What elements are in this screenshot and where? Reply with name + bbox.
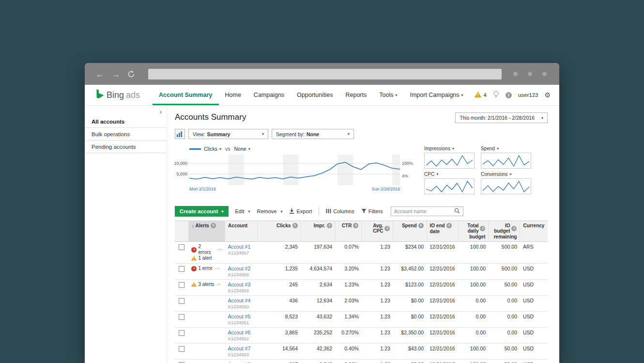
- window-dot-icon: [513, 72, 518, 76]
- help-icon[interactable]: ?: [327, 223, 332, 228]
- help-icon[interactable]: ?: [446, 223, 452, 228]
- refresh-icon[interactable]: [127, 70, 135, 78]
- window-dot-icon: [542, 72, 547, 76]
- more-menu-icon[interactable]: ⋯: [216, 282, 221, 287]
- row-checkbox[interactable]: [179, 346, 184, 352]
- help-icon[interactable]: ?: [418, 223, 424, 228]
- cell-currency: USD: [520, 264, 548, 280]
- bing-ads-logo[interactable]: Bing ads: [95, 85, 140, 105]
- gear-icon[interactable]: ⚙: [544, 91, 551, 99]
- sidebar-item-bulk-operations[interactable]: Bulk operations: [85, 128, 167, 141]
- cell-alerts: [188, 312, 225, 328]
- col-header-impr[interactable]: Impr.?: [301, 221, 335, 242]
- account-row: 3 alerts⋯Accout #3X12345692452,6341.23%1…: [175, 280, 548, 296]
- help-icon[interactable]: ?: [211, 223, 216, 228]
- account-link[interactable]: Accout #4: [228, 298, 251, 303]
- info-icon[interactable]: i: [506, 92, 512, 98]
- nav-item-reports[interactable]: Reports: [339, 85, 373, 105]
- account-link[interactable]: Accout #7: [228, 346, 251, 351]
- row-checkbox[interactable]: [179, 266, 184, 272]
- account-number: X1234569: [228, 288, 255, 293]
- cell-cpc: 1.23: [362, 264, 393, 280]
- lightbulb-icon[interactable]: [493, 91, 499, 100]
- nav-item-home[interactable]: Home: [219, 85, 247, 105]
- nav-item-tools[interactable]: Tools▾: [373, 85, 403, 105]
- account-search-input[interactable]: [394, 208, 454, 214]
- nav-item-campaigns[interactable]: Campaigns: [247, 85, 291, 105]
- col-header-spend[interactable]: Spend?: [393, 221, 427, 242]
- help-icon[interactable]: ?: [292, 223, 298, 228]
- sidebar-item-pending-accounts[interactable]: Pending accounts: [85, 141, 167, 153]
- cell-impr: 3,242: [301, 360, 335, 363]
- x-end-label[interactable]: Sun 2/28/2016: [371, 187, 400, 191]
- cell-spend: $3,452.00: [393, 264, 427, 280]
- app-header: Bing ads Account SummaryHomeCampaignsOpp…: [85, 85, 559, 106]
- account-link[interactable]: Accout #3: [228, 282, 251, 287]
- username[interactable]: user123: [518, 92, 538, 98]
- row-checkbox[interactable]: [179, 244, 184, 250]
- chevron-down-icon: ▾: [348, 132, 350, 136]
- cell-alerts: [188, 328, 225, 344]
- col-header-daily_budget[interactable]: Total daily?budget: [458, 221, 489, 242]
- alert-warning-icon: [191, 282, 197, 287]
- more-menu-icon[interactable]: ⋯: [217, 247, 222, 253]
- account-link[interactable]: Accout #6: [228, 330, 251, 335]
- row-checkbox[interactable]: [179, 330, 184, 336]
- forward-icon[interactable]: →: [111, 70, 120, 79]
- series2-select[interactable]: None▾: [234, 146, 250, 152]
- cell-daily_budget: 100.00: [458, 360, 489, 363]
- cell-io_remaining: 0.00: [489, 312, 520, 328]
- nav-item-account-summary[interactable]: Account Summary: [153, 85, 218, 105]
- col-header-cpc[interactable]: Avg. CPC?: [362, 221, 393, 242]
- mini-chart-metric-select[interactable]: Conversions▾: [481, 172, 531, 177]
- filters-button[interactable]: Filters: [361, 208, 383, 215]
- account-link[interactable]: Accout #1: [228, 244, 251, 250]
- segment-by-select[interactable]: Segment by:None ▾: [272, 129, 354, 139]
- row-checkbox[interactable]: [179, 298, 184, 304]
- back-icon[interactable]: ←: [95, 70, 104, 79]
- account-link[interactable]: Accout #5: [228, 314, 251, 319]
- col-header-alerts[interactable]: ↓Alerts?: [188, 221, 225, 242]
- alerts-indicator[interactable]: 4: [475, 92, 486, 98]
- cell-io_remaining: 500.00: [489, 242, 520, 264]
- cell-cpc: 1.23: [362, 242, 393, 264]
- more-menu-icon[interactable]: ⋯: [215, 266, 220, 271]
- create-account-button[interactable]: Create account ▾: [175, 206, 229, 217]
- mini-chart-metric-select[interactable]: Spend▾: [481, 146, 531, 151]
- view-select[interactable]: View:Summary ▾: [188, 129, 268, 139]
- help-icon[interactable]: ?: [480, 226, 485, 231]
- sidebar-item-all-accounts[interactable]: All accounts: [85, 115, 167, 128]
- col-header-currency[interactable]: Currency: [520, 221, 548, 242]
- series1-select[interactable]: Clicks▾: [204, 146, 221, 152]
- help-icon[interactable]: ?: [384, 226, 390, 231]
- x-start-label[interactable]: Mon 2/1/2016: [189, 187, 216, 191]
- columns-button[interactable]: Columns: [326, 208, 354, 215]
- nav-item-import-campaigns[interactable]: Import Campaigns▾: [403, 85, 469, 105]
- sidebar-collapse-icon[interactable]: ‹: [160, 108, 162, 115]
- remove-menu-button[interactable]: Remove▾: [257, 208, 282, 214]
- mini-chart-metric-select[interactable]: Impressions▾: [424, 146, 475, 151]
- export-button[interactable]: Export: [289, 208, 312, 215]
- date-range-select[interactable]: This month: 2/1/2016 - 2/28/2016 ▾: [455, 112, 548, 123]
- row-checkbox[interactable]: [179, 282, 184, 288]
- address-bar[interactable]: [148, 69, 502, 79]
- cell-cpc: 1.23: [362, 312, 393, 328]
- col-header-io_end[interactable]: IO end?date: [427, 221, 458, 242]
- cell-account: Accout #7X1234563: [225, 344, 258, 360]
- cell-clicks: 3,865: [258, 328, 301, 344]
- sparkline-chart: [424, 153, 475, 169]
- nav-item-opportunities[interactable]: Opportunities: [291, 85, 339, 105]
- mini-chart-metric-select[interactable]: CPC▾: [424, 172, 475, 177]
- col-header-ctr[interactable]: CTR?: [335, 221, 362, 242]
- chart-toggle-button[interactable]: [175, 129, 185, 139]
- col-header-io_remaining[interactable]: IO budget?remaining: [489, 221, 520, 242]
- col-header-account[interactable]: Account: [225, 221, 258, 242]
- main-nav: Account SummaryHomeCampaignsOpportunitie…: [153, 85, 470, 105]
- col-header-clicks[interactable]: Clicks?: [258, 221, 301, 242]
- row-checkbox[interactable]: [179, 314, 184, 320]
- window-controls: [513, 72, 547, 76]
- help-icon[interactable]: ?: [353, 223, 358, 228]
- edit-menu-button[interactable]: Edit▾: [235, 208, 250, 214]
- help-icon[interactable]: ?: [511, 226, 517, 231]
- account-link[interactable]: Accout #2: [228, 266, 251, 271]
